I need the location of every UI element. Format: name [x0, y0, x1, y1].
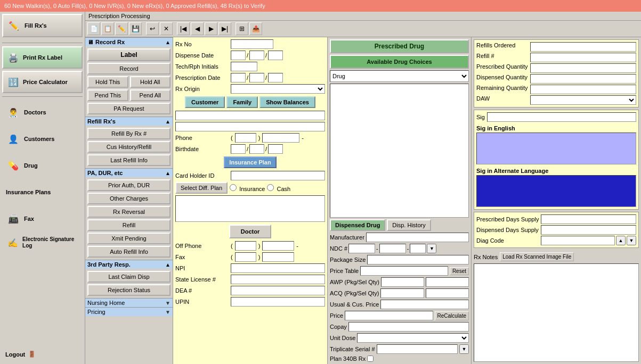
hold-this-button[interactable]: Hold This	[87, 76, 128, 88]
state-license-input[interactable]	[231, 275, 325, 284]
tech-rph-input[interactable]	[231, 62, 257, 71]
refill-by-rx-button[interactable]: Refill By Rx #	[87, 128, 171, 139]
package-size-input[interactable]	[367, 255, 469, 264]
print-rx-button[interactable]: 🖨️ Print Rx Label	[2, 46, 83, 69]
third-party-section-header[interactable]: 3rd Party Resp. ▲	[85, 260, 173, 269]
last-refill-button[interactable]: Last Refill Info	[87, 154, 171, 166]
remaining-qty-input[interactable]	[530, 85, 636, 94]
ndc-part2-input[interactable]	[379, 244, 406, 253]
record-button[interactable]: Record	[87, 63, 171, 75]
tb-next-btn[interactable]: ▶	[205, 22, 217, 35]
plan-340b-checkbox[interactable]	[367, 355, 374, 362]
show-balances-button[interactable]: Show Balances	[259, 96, 315, 108]
ndc-search-btn[interactable]: ▼	[427, 244, 436, 253]
upin-input[interactable]	[231, 297, 325, 307]
xmit-pending-button[interactable]: Xmit Pending	[87, 233, 171, 244]
pend-all-button[interactable]: Pend All	[130, 89, 171, 101]
refills-ordered-input[interactable]	[530, 42, 636, 52]
tb-copy-btn[interactable]: 📋	[101, 22, 114, 35]
last-claim-disp-button[interactable]: Last Claim Disp	[87, 271, 171, 283]
presc-year-input[interactable]	[268, 73, 283, 82]
usual-cus-price-input[interactable]	[380, 300, 469, 309]
sig-input[interactable]	[487, 112, 636, 122]
cash-radio[interactable]	[267, 184, 274, 191]
customer-name-input[interactable]	[175, 111, 325, 120]
cash-radio-label[interactable]: Cash	[267, 184, 290, 192]
recalculate-button[interactable]: ReCalculate	[435, 311, 469, 320]
off-phone-number[interactable]	[262, 241, 294, 251]
cus-history-button[interactable]: Cus History/Refill	[87, 141, 171, 153]
label-button[interactable]: Label	[87, 48, 171, 61]
pricing-section[interactable]: Pricing ▼	[85, 307, 173, 316]
insurance-plan-button[interactable]: Insurance Plan	[224, 156, 276, 168]
npi-input[interactable]	[231, 263, 325, 273]
hold-all-button[interactable]: Hold All	[130, 76, 171, 88]
diag-code-input[interactable]	[541, 236, 615, 245]
daw-select[interactable]	[530, 95, 636, 105]
dispense-day-input[interactable]	[249, 51, 264, 60]
phone-area-input[interactable]	[235, 133, 256, 143]
copay-input[interactable]	[348, 322, 469, 332]
tb-extra-btn[interactable]: 📤	[249, 22, 262, 35]
phone-number-input[interactable]	[262, 133, 299, 143]
tb-delete-btn[interactable]: ✕	[160, 22, 173, 35]
fax-area[interactable]	[235, 252, 256, 262]
notes-textarea[interactable]	[175, 195, 325, 222]
manufacturer-input[interactable]	[366, 233, 469, 242]
pend-this-button[interactable]: Pend This	[87, 89, 128, 101]
tb-grid-btn[interactable]: ⊞	[236, 22, 248, 35]
pa-dur-section-header[interactable]: PA, DUR, etc ▲	[85, 168, 173, 177]
off-phone-area[interactable]	[235, 241, 256, 251]
disp-history-button[interactable]: Disp. History	[387, 219, 431, 231]
unit-dose-select[interactable]	[357, 333, 469, 343]
rx-reversal-button[interactable]: Rx Reversal	[87, 206, 171, 218]
prescribed-days-input[interactable]	[541, 214, 636, 224]
refill-num-input[interactable]	[530, 53, 636, 62]
acq-pkg-input[interactable]	[380, 288, 424, 298]
ndc-part1-input[interactable]	[348, 244, 375, 253]
customer-button[interactable]: Customer	[185, 96, 225, 108]
sidebar-item-customers[interactable]: 👤 Customers	[2, 127, 83, 151]
rx-notes-textarea[interactable]	[474, 263, 639, 362]
sidebar-item-insurance[interactable]: Insurance Plans	[2, 180, 83, 204]
tb-first-btn[interactable]: |◀	[177, 22, 190, 35]
pa-request-button[interactable]: PA Request	[87, 103, 171, 114]
drug-listbox[interactable]	[330, 84, 469, 218]
sig-english-area[interactable]	[476, 133, 636, 164]
dispensed-qty-input[interactable]	[530, 74, 636, 84]
record-rx-section-header[interactable]: 🖥 Record Rx ▲	[85, 37, 173, 46]
price-calculator-button[interactable]: 🔢 Price Calculator	[2, 71, 83, 93]
load-rx-button[interactable]: Load Rx Scanned Image File	[500, 252, 574, 261]
tb-save-btn[interactable]: 💾	[129, 22, 142, 35]
diag-code-btn1[interactable]: ▲	[616, 236, 626, 245]
price-table-input[interactable]	[360, 266, 448, 276]
drug-dropdown[interactable]: Drug	[330, 70, 469, 82]
awp-pkg-input[interactable]	[381, 277, 424, 287]
birth-day-input[interactable]	[249, 144, 264, 154]
doctor-button[interactable]: Doctor	[229, 225, 271, 238]
acq-sel-input[interactable]	[426, 288, 469, 298]
dea-input[interactable]	[231, 286, 325, 295]
refill-button[interactable]: Refill	[87, 219, 171, 231]
rejection-status-button[interactable]: Rejection Status	[87, 284, 171, 296]
prescribed-drug-button[interactable]: Prescribed Drug	[330, 39, 469, 53]
sidebar-item-esig[interactable]: ✍️ Electronic Signature Log	[2, 233, 83, 252]
rx-origin-select[interactable]	[231, 84, 325, 94]
tb-prev-btn[interactable]: ◀	[191, 22, 204, 35]
dispensed-days-input[interactable]	[541, 225, 636, 235]
fax-number[interactable]	[262, 252, 294, 262]
sig-alt-area[interactable]	[476, 175, 636, 207]
auto-refill-button[interactable]: Auto Refill Info	[87, 246, 171, 258]
family-button[interactable]: Family	[226, 96, 258, 108]
awp-sel-input[interactable]	[426, 277, 469, 287]
sidebar-item-doctors[interactable]: 👨‍⚕️ Doctors	[2, 100, 83, 125]
tb-new-btn[interactable]: 📄	[87, 22, 100, 35]
diag-code-btn2[interactable]: ▼	[627, 236, 636, 245]
birth-month-input[interactable]	[231, 144, 246, 154]
dispense-month-input[interactable]	[231, 51, 246, 60]
triplicate-search-btn[interactable]: ▼	[459, 344, 469, 354]
insurance-radio-label[interactable]: Insurance	[230, 184, 265, 192]
refill-rx-section-header[interactable]: Refill Rx's ▲	[85, 117, 173, 126]
ndc-part3-input[interactable]	[410, 244, 426, 253]
presc-month-input[interactable]	[231, 73, 246, 82]
